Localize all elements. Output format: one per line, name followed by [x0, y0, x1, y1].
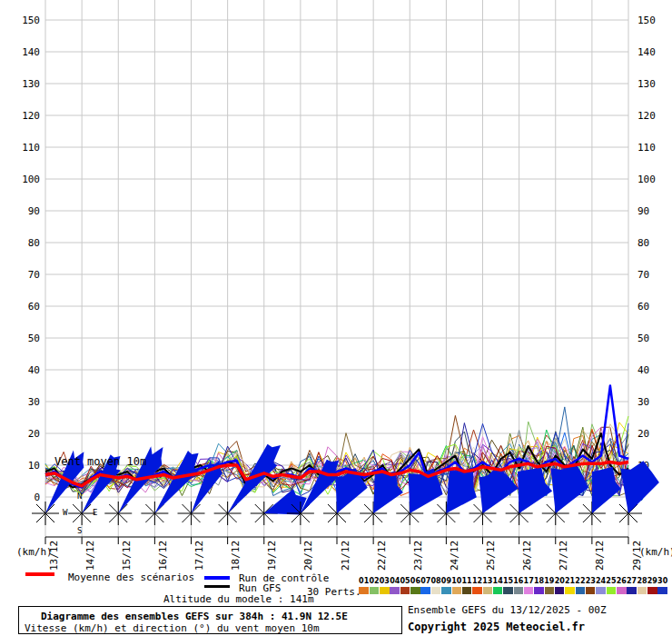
pert-column: 20 — [555, 577, 565, 594]
pert-id-label: 29 — [647, 577, 657, 586]
svg-text:140: 140 — [637, 46, 656, 58]
svg-text:10: 10 — [28, 460, 40, 472]
svg-text:22/12: 22/12 — [376, 541, 388, 571]
wind-direction-wedge — [446, 470, 477, 513]
pert-column: 14 — [492, 577, 502, 594]
pert-column: 06 — [410, 577, 420, 594]
compass-west-label: W — [63, 508, 67, 517]
svg-text:40: 40 — [28, 364, 40, 376]
svg-text:70: 70 — [637, 269, 649, 281]
pert-swatch — [647, 587, 657, 594]
pert-id-label: 02 — [369, 577, 379, 586]
pert-column: 11 — [461, 577, 471, 594]
pert-id-label: 06 — [410, 577, 420, 586]
legend-perts-label: 30 Perts. — [307, 586, 361, 598]
compass-north-label: N — [77, 492, 82, 501]
pert-id-label: 11 — [462, 577, 472, 586]
svg-text:20: 20 — [28, 428, 40, 440]
pert-column: 16 — [513, 577, 523, 594]
pert-swatch — [627, 587, 637, 594]
pert-id-label: 08 — [431, 577, 441, 586]
svg-text:140: 140 — [22, 46, 40, 58]
diagram-subtitle: Vitesse (km/h) et direction (°) du vent … — [25, 622, 320, 634]
pert-id-label: 03 — [380, 577, 390, 586]
pert-column: 13 — [482, 577, 492, 594]
svg-text:24/12: 24/12 — [449, 541, 460, 571]
chart-overlay-label: Vent moyen 10m — [54, 455, 146, 468]
pert-id-label: 15 — [503, 577, 513, 586]
pert-swatch — [503, 587, 513, 594]
pert-column: 04 — [390, 577, 400, 594]
pert-swatch — [410, 587, 420, 594]
pert-column: 12 — [472, 577, 482, 594]
svg-text:90: 90 — [28, 205, 40, 217]
model-altitude-label: Altitude du modele : 141m — [163, 593, 314, 605]
pert-swatch — [390, 587, 400, 594]
compass-east-label: E — [93, 508, 97, 517]
svg-text:70: 70 — [28, 269, 40, 281]
pert-column: 30 — [657, 577, 667, 594]
svg-text:26/12: 26/12 — [521, 541, 533, 571]
svg-text:110: 110 — [22, 142, 40, 154]
pert-swatch — [514, 587, 524, 594]
svg-text:50: 50 — [28, 333, 40, 344]
pert-swatch — [493, 587, 503, 594]
pert-swatch — [637, 587, 647, 594]
pert-id-label: 13 — [482, 577, 492, 586]
svg-text:50: 50 — [637, 333, 649, 344]
wind-direction-wedge — [592, 467, 621, 513]
pert-id-label: 16 — [513, 577, 523, 586]
pert-swatch — [596, 587, 606, 594]
pert-column: 25 — [606, 577, 616, 594]
pert-swatch — [472, 587, 482, 594]
pert-swatch — [380, 587, 390, 594]
pert-swatch — [420, 587, 430, 594]
y-unit-label-left: (km/h) — [16, 546, 53, 558]
pert-swatch — [524, 587, 534, 594]
pert-column: 15 — [503, 577, 513, 594]
pert-column: 18 — [534, 577, 544, 594]
pert-id-label: 18 — [534, 577, 544, 586]
pert-swatch — [431, 587, 441, 594]
pert-id-label: 25 — [606, 577, 616, 586]
pert-id-label: 14 — [493, 577, 503, 586]
pert-column: 17 — [524, 577, 534, 594]
svg-text:17/12: 17/12 — [193, 541, 205, 571]
pert-swatch — [555, 587, 565, 594]
pert-column: 02 — [369, 577, 379, 594]
pert-id-label: 01 — [359, 577, 369, 586]
pert-swatch — [586, 587, 596, 594]
pert-swatch — [359, 587, 369, 594]
pert-id-label: 10 — [451, 577, 461, 586]
compass-south-label: S — [77, 526, 82, 535]
svg-text:60: 60 — [637, 301, 649, 313]
pert-id-label: 23 — [586, 577, 596, 586]
pert-swatch — [534, 587, 544, 594]
ensemble-diagram-page: 0010102020303040405050606070708080909010… — [0, 0, 672, 636]
svg-text:80: 80 — [637, 237, 649, 249]
pert-id-label: 19 — [544, 577, 554, 586]
pert-column: 22 — [575, 577, 585, 594]
svg-text:21/12: 21/12 — [340, 541, 351, 571]
pert-column: 03 — [380, 577, 390, 594]
perturbation-color-strip: 0102030405060708091011121314151617181920… — [359, 577, 667, 594]
pert-column: 29 — [647, 577, 657, 594]
gfs-line-swatch — [204, 585, 230, 588]
pert-column: 27 — [627, 577, 637, 594]
pert-id-label: 09 — [441, 577, 451, 586]
mean-line-swatch — [25, 572, 54, 576]
pert-column: 09 — [441, 577, 451, 594]
svg-text:100: 100 — [22, 174, 40, 185]
pert-column: 21 — [565, 577, 575, 594]
svg-text:23/12: 23/12 — [412, 541, 424, 571]
svg-text:130: 130 — [637, 78, 656, 90]
svg-text:19/12: 19/12 — [266, 541, 278, 571]
svg-text:25/12: 25/12 — [485, 541, 497, 571]
svg-text:20/12: 20/12 — [302, 541, 314, 571]
pert-id-label: 30 — [657, 577, 667, 586]
svg-text:27/12: 27/12 — [558, 541, 569, 571]
pert-id-label: 28 — [637, 577, 647, 586]
pert-column: 08 — [430, 577, 440, 594]
wind-ensemble-chart: 0010102020303040405050606070708080909010… — [0, 0, 672, 574]
svg-text:14/12: 14/12 — [84, 541, 96, 571]
